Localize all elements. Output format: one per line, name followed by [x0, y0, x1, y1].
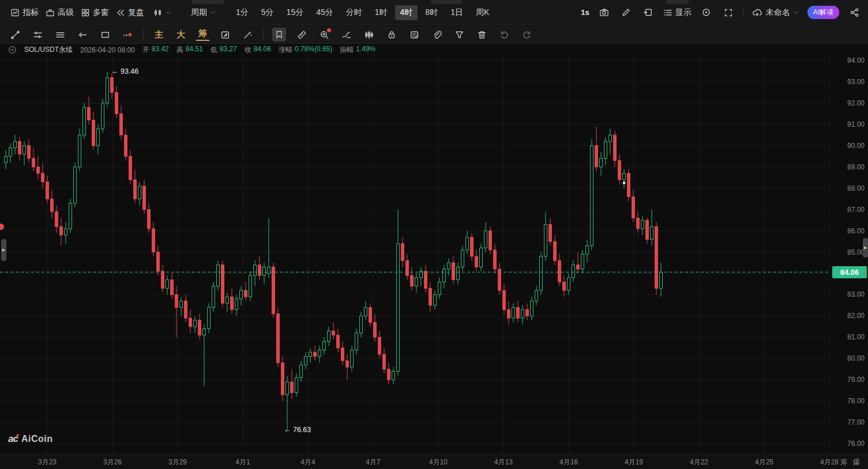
candle: [65, 222, 67, 244]
share-icon[interactable]: [847, 6, 861, 20]
right-panel-handle[interactable]: ▶: [863, 238, 868, 258]
redo-icon[interactable]: [520, 28, 533, 41]
candle: [134, 169, 137, 203]
indicators-button[interactable]: 指标: [7, 5, 42, 20]
ruler-icon[interactable]: [295, 28, 309, 41]
trend-line-icon[interactable]: [8, 28, 22, 41]
candle-style-dropdown[interactable]: [150, 6, 175, 20]
candle: [245, 282, 247, 301]
candle: [32, 147, 35, 171]
candle: [332, 322, 335, 339]
layout-save-dropdown[interactable]: 未命名: [752, 7, 799, 18]
timeframe-1d[interactable]: 1日: [445, 5, 468, 20]
timeframe-15m[interactable]: 15分: [281, 5, 309, 20]
lock-icon[interactable]: [385, 28, 399, 41]
multi-window-button[interactable]: 多窗: [77, 5, 112, 20]
candle: [581, 250, 584, 274]
funnel-icon[interactable]: [452, 28, 466, 41]
dots-brush-icon[interactable]: [121, 28, 134, 41]
candle: [494, 244, 497, 274]
ai-analysis-button[interactable]: AI解读: [807, 6, 839, 19]
candle: [424, 265, 427, 293]
candle: [318, 346, 321, 363]
candle: [443, 265, 446, 289]
undo-icon[interactable]: [497, 28, 511, 41]
signature-pen-icon[interactable]: [340, 28, 354, 41]
zoom-in-tool[interactable]: [317, 28, 331, 41]
replay-button[interactable]: 复盘: [112, 5, 148, 20]
expand-icon[interactable]: [722, 6, 735, 20]
candle: [604, 137, 607, 165]
candle: [102, 99, 104, 133]
refresh-speed-label[interactable]: 1s: [581, 8, 589, 17]
timeframe-8h[interactable]: 8时: [420, 5, 443, 20]
y-axis-label: 82.00: [831, 312, 865, 320]
left-panel-handle[interactable]: ▶: [1, 239, 6, 261]
pencil-icon[interactable]: [619, 6, 633, 20]
candle: [531, 297, 533, 320]
target-icon[interactable]: [700, 6, 713, 20]
candles-icon[interactable]: [362, 28, 376, 41]
candle: [411, 267, 414, 290]
candle: [143, 180, 146, 214]
timeframe-5m[interactable]: 5分: [256, 5, 279, 20]
open-value: 开83.42: [142, 45, 169, 55]
candle: [166, 275, 169, 294]
period-dropdown[interactable]: 周期: [187, 5, 219, 20]
edit-square-icon[interactable]: [218, 28, 232, 41]
collapse-circle-icon[interactable]: [8, 46, 17, 54]
candle: [300, 361, 303, 382]
rectangle-icon[interactable]: [98, 28, 112, 41]
divider: [743, 7, 744, 18]
x-axis-label: 4月19: [625, 457, 643, 467]
candle: [291, 369, 294, 399]
align-lines-icon[interactable]: [31, 28, 44, 41]
advanced-button[interactable]: 高级: [42, 5, 77, 20]
change-value: 涨幅0.78%(0.65): [279, 45, 332, 55]
liquidation-tab[interactable]: 爆: [853, 457, 860, 467]
paperclip-icon[interactable]: [430, 28, 444, 41]
candle: [623, 169, 626, 188]
bookmark-tool[interactable]: [272, 28, 286, 41]
timeframe-4h[interactable]: 4时: [395, 5, 418, 20]
timeframe-1w[interactable]: 周K: [471, 5, 494, 20]
candle: [97, 124, 100, 154]
rewind-icon: [116, 8, 125, 17]
candle: [305, 352, 307, 369]
candle: [591, 139, 593, 250]
timeframe-1m[interactable]: 1分: [231, 5, 254, 20]
trash-icon[interactable]: [475, 28, 489, 41]
camera-icon[interactable]: [598, 6, 611, 20]
candle: [498, 263, 501, 294]
chips-tab[interactable]: 筹: [840, 457, 847, 467]
tab-main-indicator[interactable]: 主: [152, 29, 166, 40]
timeframe-45m[interactable]: 45分: [311, 5, 339, 20]
candle: [466, 231, 469, 255]
timeframe-1h[interactable]: 1时: [370, 5, 393, 20]
candle: [152, 222, 155, 256]
drawing-toolbar: 主 大 筹: [0, 26, 868, 44]
display-button[interactable]: 显示: [663, 7, 692, 18]
time-axis[interactable]: 筹 爆 3月233月263月294月14月44月74月104月134月164月1…: [0, 454, 868, 469]
candle: [18, 137, 21, 161]
arrow-bar-icon[interactable]: [76, 28, 89, 41]
candle: [521, 305, 524, 324]
note-icon[interactable]: [407, 28, 421, 41]
tab-chips[interactable]: 筹: [196, 28, 209, 41]
symbol-label[interactable]: SOL/USDT永续: [24, 45, 73, 55]
candle: [249, 271, 252, 301]
candle: [484, 222, 487, 252]
add-pane-icon[interactable]: [641, 6, 655, 20]
candle: [185, 294, 187, 322]
candle-style-icon: [153, 8, 163, 17]
tab-big-data[interactable]: 大: [174, 29, 187, 40]
low-price-annotation: ← 76.63: [284, 426, 311, 434]
candlestick-chart[interactable]: [0, 55, 868, 454]
candle: [346, 354, 349, 380]
high-price-annotation: ← 93.46: [111, 67, 138, 75]
wand-icon[interactable]: [241, 28, 254, 41]
timeframe-minute[interactable]: 分时: [341, 5, 367, 20]
candle: [254, 260, 257, 286]
candle: [51, 190, 54, 218]
menu-lines-icon[interactable]: [53, 28, 67, 41]
